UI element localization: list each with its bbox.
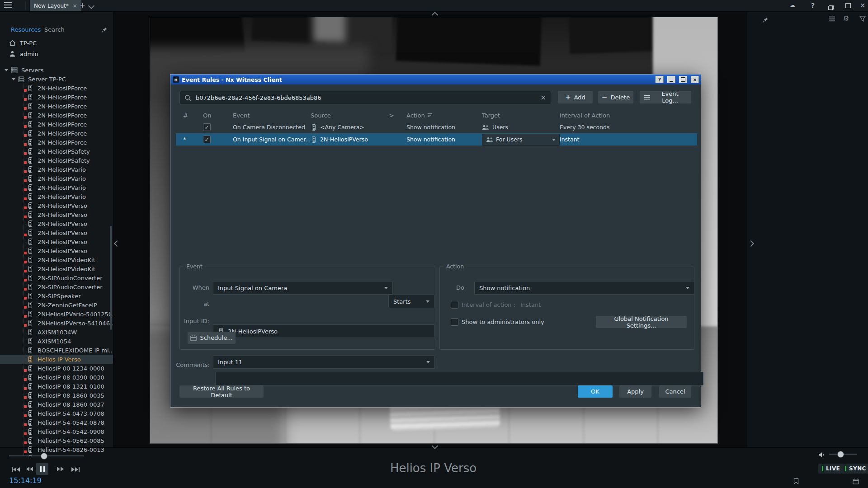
camera-tree-item[interactable]: 2N-HeliosIPVerso — [0, 210, 113, 219]
camera-tree-item[interactable]: 2N-HeliosIPVario — [0, 183, 113, 192]
camera-tree-item[interactable]: 2N-SIPAudioConverter — [0, 273, 113, 282]
event-camera-field[interactable]: 2N-HeliosIPVerso — [213, 324, 435, 338]
layout-tab[interactable]: New Layout* × — [30, 0, 81, 11]
camera-tree-item[interactable]: 2N-HeliosIPSafety — [0, 147, 113, 156]
camera-tree-item[interactable]: 2N-HeliosIPForce — [0, 111, 113, 120]
user-item[interactable]: admin — [0, 49, 123, 58]
main-menu-button[interactable] — [4, 2, 13, 9]
event-list-icon[interactable] — [826, 16, 838, 23]
camera-tree-item[interactable]: AXISM1054 — [0, 337, 113, 346]
rule-enabled-checkbox[interactable] — [203, 123, 211, 131]
col-source[interactable]: Source — [311, 112, 387, 119]
interval-of-action-checkbox[interactable] — [451, 301, 458, 309]
comments-field[interactable] — [215, 372, 703, 385]
cloud-icon[interactable]: ☁ — [789, 1, 796, 9]
rules-search-field[interactable]: × — [179, 91, 551, 104]
speaker-icon[interactable] — [818, 451, 825, 460]
camera-tree-item[interactable]: 2N-HeliosIPSafety — [0, 156, 113, 165]
filter-funnel-icon[interactable] — [857, 15, 868, 23]
camera-tree-item[interactable]: HeliosIP-54-0542-0908 — [0, 427, 113, 436]
pin-panel-icon[interactable] — [762, 16, 769, 25]
jump-to-start-button[interactable] — [9, 466, 23, 472]
apply-button[interactable]: Apply — [619, 385, 651, 398]
col-on[interactable]: On — [203, 112, 233, 119]
camera-tree-item[interactable]: 2N-HeliosIPVerso — [0, 228, 113, 237]
restore-defaults-button[interactable]: Restore All Rules to Default — [179, 385, 264, 398]
close-window-icon[interactable]: × — [860, 1, 866, 9]
fast-forward-button[interactable] — [54, 466, 66, 472]
ok-button[interactable]: OK — [578, 385, 613, 398]
col-interval[interactable]: Interval of Action — [560, 112, 704, 119]
camera-tree-item[interactable]: HeliosIP-54-0542-0878 — [0, 418, 113, 427]
collapse-left-chevron-icon[interactable] — [114, 240, 120, 247]
tree-item-server[interactable]: Server TP-PC — [0, 75, 125, 84]
tab-resources[interactable]: Resources — [8, 26, 43, 33]
search-input[interactable] — [195, 94, 537, 102]
action-type-dropdown[interactable]: Show notification — [474, 281, 694, 295]
camera-tree-item[interactable]: 2N-HeliosIPForce — [0, 84, 113, 93]
help-icon[interactable]: ? — [811, 2, 815, 9]
jump-to-end-button[interactable] — [69, 466, 82, 472]
camera-tree-item[interactable]: HeliosIP-54-0473-0708 — [0, 409, 113, 418]
camera-tree-item[interactable]: 2N-HeliosIPVideoKit — [0, 255, 113, 264]
calendar-icon[interactable] — [853, 478, 859, 486]
camera-tree-item[interactable]: HeliosIP-54-0562-0085 — [0, 436, 113, 445]
host-item[interactable]: TP-PC — [0, 38, 122, 47]
pin-panel-icon[interactable] — [101, 26, 108, 35]
camera-tree-item[interactable]: HeliosIP-54-1005-0004 — [0, 454, 113, 456]
camera-tree-item[interactable]: 2N-HeliosIPForce — [0, 102, 113, 111]
target-dropdown[interactable]: For Users — [482, 134, 560, 145]
tree-item-servers[interactable]: Servers — [0, 66, 118, 75]
col-event[interactable]: Event — [233, 112, 311, 119]
dialog-help-button[interactable]: ? — [656, 76, 664, 83]
camera-tree-item[interactable]: 2N-HeliosIPForce — [0, 129, 113, 138]
sidebar-scrollbar-thumb[interactable] — [110, 226, 112, 330]
rule-enabled-checkbox[interactable] — [203, 136, 211, 143]
camera-tree-item[interactable]: 2N-ZennioGetFaceIP — [0, 300, 113, 310]
gear-icon[interactable]: ⚙ — [840, 14, 852, 23]
event-rule-row[interactable]: * On Input Signal on Camer... 2N-HeliosI… — [176, 133, 697, 145]
rewind-button[interactable] — [24, 466, 36, 472]
event-rule-row[interactable]: On Camera Disconnected <Any Camera> Show… — [176, 121, 697, 133]
dialog-close-button[interactable]: × — [691, 76, 699, 83]
restore-window-icon[interactable] — [828, 5, 834, 10]
expand-arrow-icon[interactable] — [12, 78, 15, 80]
cancel-button[interactable]: Cancel — [659, 385, 691, 398]
camera-tree-item[interactable]: 2N-SIPAudioConverter — [0, 282, 113, 291]
camera-tree-item[interactable]: 2N-HeliosIPForce — [0, 93, 113, 102]
global-notification-settings-button[interactable]: Global Notification Settings... — [596, 316, 687, 328]
camera-tree-item[interactable]: 2N-HeliosIPVario — [0, 165, 113, 174]
input-id-dropdown[interactable]: Input 11 — [213, 355, 435, 369]
tab-list-chevron-icon[interactable] — [88, 3, 94, 9]
col-target[interactable]: Target — [482, 112, 560, 119]
expand-arrow-icon[interactable] — [5, 69, 8, 71]
camera-tree-item[interactable]: 2NHeliosIPVerso-541046... — [0, 319, 113, 328]
camera-tree-item[interactable]: HeliosIP-08-1860-0037 — [0, 400, 113, 409]
event-type-dropdown[interactable]: Input Signal on Camera — [213, 281, 393, 295]
camera-tree-item[interactable]: 2N-HeliosIPVerso — [0, 237, 113, 246]
camera-tree-item[interactable]: 2NHeliosIPVario-5401250... — [0, 310, 113, 319]
sync-button[interactable]: SYNC — [841, 464, 868, 474]
camera-tree-item[interactable]: HeliosIP-08-0390-0030 — [0, 373, 113, 382]
camera-tree-item[interactable]: 2N-HeliosIPForce — [0, 138, 113, 147]
camera-tree-item[interactable]: 2N-HeliosIPVerso — [0, 219, 113, 228]
camera-tree-item[interactable]: HeliosIP-08-1860-0035 — [0, 391, 113, 400]
show-to-admins-checkbox[interactable] — [451, 318, 458, 326]
comments-input[interactable] — [220, 375, 698, 383]
event-state-dropdown[interactable]: Starts — [388, 295, 434, 308]
dialog-titlebar[interactable]: n Event Rules - Nx Witness Client ? × — [170, 75, 701, 84]
camera-tree-item[interactable]: Helios IP Verso — [0, 355, 113, 364]
camera-tree-item[interactable]: HeliosIP-54-0826-0013 — [0, 445, 113, 454]
camera-tree-item[interactable]: 2N-HeliosIPVerso — [0, 201, 113, 210]
event-log-button[interactable]: Event Log... — [640, 91, 691, 103]
tab-search[interactable]: Search — [42, 26, 67, 33]
bookmark-icon[interactable] — [793, 478, 799, 486]
col-num[interactable]: # — [183, 112, 203, 119]
camera-tree-item[interactable]: 2N-HeliosIPVario — [0, 174, 113, 183]
pause-button[interactable] — [36, 463, 48, 475]
camera-tree-item[interactable]: 2N-HeliosIPVideoKit — [0, 264, 113, 273]
maximize-window-icon[interactable] — [845, 3, 851, 8]
dialog-minimize-button[interactable] — [667, 76, 675, 83]
add-rule-button[interactable]: + Add — [558, 91, 593, 103]
camera-tree-item[interactable]: HeliosIP-08-1321-0100 — [0, 382, 113, 391]
